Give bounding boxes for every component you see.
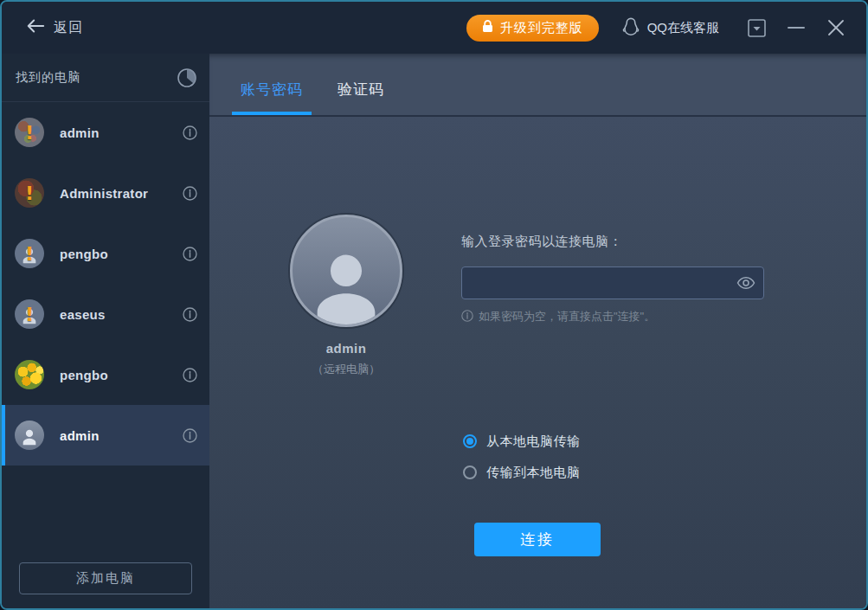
radio-transfer-to-local[interactable]: 传输到本地电脑 xyxy=(463,457,581,488)
password-input[interactable] xyxy=(461,266,764,299)
remote-computer-label: （远程电脑） xyxy=(255,362,437,377)
computer-item-pengbo-1[interactable]: ! pengbo xyxy=(2,223,209,284)
radio-label: 传输到本地电脑 xyxy=(486,465,581,481)
computer-name: admin xyxy=(60,125,100,140)
info-icon[interactable] xyxy=(183,307,197,322)
alert-icon: ! xyxy=(15,239,44,268)
main-panel: 账号密码 验证码 admin （远程电脑） 输入登录密码以连接电脑： xyxy=(209,54,866,608)
connect-panel: admin （远程电脑） 输入登录密码以连接电脑： xyxy=(209,117,866,608)
remote-computer-block: admin （远程电脑） xyxy=(255,215,437,377)
info-icon[interactable] xyxy=(183,247,197,261)
connect-button[interactable]: 连接 xyxy=(474,523,601,556)
qq-support-button[interactable]: QQ在线客服 xyxy=(621,16,719,40)
computer-item-admin-1[interactable]: ! admin xyxy=(2,102,209,163)
add-computer-button[interactable]: 添加电脑 xyxy=(19,562,192,594)
scan-progress-icon xyxy=(177,67,197,88)
alert-icon: ! xyxy=(15,178,44,208)
radio-transfer-from-local[interactable]: 从本地电脑传输 xyxy=(463,426,581,457)
alert-icon: ! xyxy=(15,118,44,147)
computer-name: pengbo xyxy=(60,368,108,382)
qq-penguin-icon xyxy=(621,16,640,40)
alert-icon: ! xyxy=(15,299,44,329)
computer-list: ! admin ! Administrator xyxy=(2,102,209,608)
info-icon[interactable] xyxy=(183,186,197,201)
minimize-button[interactable] xyxy=(787,18,806,37)
app-window: 返回 升级到完整版 QQ在线客服 xyxy=(0,0,868,610)
computer-name: pengbo xyxy=(60,247,108,261)
password-hint-text: 如果密码为空，请直接点击"连接"。 xyxy=(479,309,655,324)
computer-item-admin-2-selected[interactable]: admin xyxy=(2,405,209,466)
tab-account-password[interactable]: 账号密码 xyxy=(235,80,308,115)
upgrade-button[interactable]: 升级到完整版 xyxy=(466,15,599,42)
computer-item-pengbo-2[interactable]: pengbo xyxy=(2,344,209,405)
back-arrow-icon xyxy=(26,18,45,37)
tab-verification-code[interactable]: 验证码 xyxy=(332,80,389,115)
close-button[interactable] xyxy=(826,18,845,37)
back-label: 返回 xyxy=(54,19,83,37)
info-icon[interactable] xyxy=(183,125,197,140)
computer-name: Administrator xyxy=(60,186,148,201)
password-hint: 如果密码为空，请直接点击"连接"。 xyxy=(461,309,766,324)
title-bar: 返回 升级到完整版 QQ在线客服 xyxy=(2,2,866,54)
sidebar-title: 找到的电脑 xyxy=(16,70,80,86)
qq-support-label: QQ在线客服 xyxy=(647,20,719,36)
lock-icon xyxy=(482,20,493,35)
upgrade-label: 升级到完整版 xyxy=(500,20,583,36)
computer-name: easeus xyxy=(60,307,106,322)
radio-button-icon xyxy=(463,466,477,479)
password-form: 输入登录密码以连接电脑： 如果密码为空，请直接点击"连接"。 xyxy=(461,234,766,324)
remote-user-name: admin xyxy=(255,341,437,356)
computer-item-administrator[interactable]: ! Administrator xyxy=(2,163,209,223)
radio-label: 从本地电脑传输 xyxy=(486,433,581,450)
transfer-direction-group: 从本地电脑传输 传输到本地电脑 xyxy=(463,426,581,488)
computer-sidebar: 找到的电脑 ! admin ! Administrator xyxy=(2,54,209,608)
computer-item-easeus[interactable]: ! easeus xyxy=(2,284,209,344)
computer-name: admin xyxy=(60,428,100,443)
info-circle-icon xyxy=(461,310,473,324)
avatar xyxy=(15,360,44,389)
password-label: 输入登录密码以连接电脑： xyxy=(461,234,766,250)
back-button[interactable]: 返回 xyxy=(26,18,83,37)
sidebar-header: 找到的电脑 xyxy=(2,54,209,102)
radio-button-icon xyxy=(463,434,477,448)
avatar xyxy=(15,421,44,450)
info-icon[interactable] xyxy=(183,428,197,443)
show-password-eye-icon[interactable] xyxy=(736,274,755,292)
tray-dropdown-button[interactable] xyxy=(747,18,766,37)
auth-tabs: 账号密码 验证码 xyxy=(209,54,866,117)
remote-user-avatar xyxy=(290,215,402,327)
info-icon[interactable] xyxy=(183,368,197,382)
